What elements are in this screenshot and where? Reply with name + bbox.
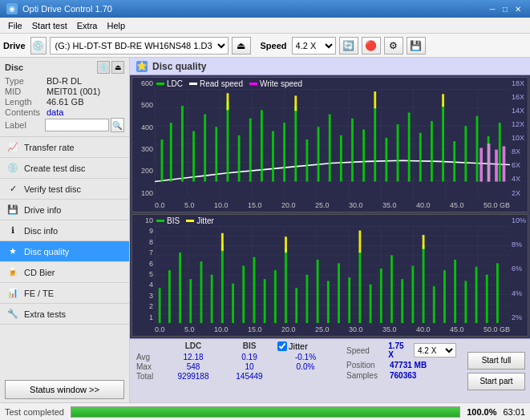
sidebar-item-extra-tests[interactable]: 🔧 Extra tests <box>0 304 129 325</box>
svg-rect-46 <box>211 274 213 323</box>
sidebar-item-disc-info[interactable]: ℹ Disc info <box>0 220 129 241</box>
disc-label-button[interactable]: 🔍 <box>111 118 124 132</box>
svg-rect-14 <box>306 139 309 182</box>
bottom-chart-y-axis-right: 10%8%6%4%2% <box>510 215 528 321</box>
minimize-button[interactable]: ─ <box>487 3 498 14</box>
svg-rect-71 <box>475 266 478 323</box>
stats-speed-select[interactable]: 4.2 X <box>414 343 456 357</box>
disc-eject-icon[interactable]: ⏏ <box>111 61 124 74</box>
svg-rect-28 <box>464 126 467 181</box>
svg-rect-44 <box>189 279 192 323</box>
settings-button[interactable]: ⚙ <box>384 37 403 55</box>
progress-bar-fill <box>71 407 459 417</box>
jitter-checkbox[interactable] <box>277 341 287 351</box>
top-chart-x-axis: 0.05.010.015.020.025.030.035.040.045.050… <box>155 199 510 212</box>
status-window-button[interactable]: Status window >> <box>5 380 124 399</box>
svg-rect-34 <box>374 91 376 108</box>
svg-rect-32 <box>227 93 229 110</box>
max-bis: 10 <box>221 362 277 371</box>
read-speed-legend-dot <box>189 83 197 85</box>
close-button[interactable]: ✕ <box>512 3 524 14</box>
mid-label: MID <box>5 87 47 96</box>
disc-info-icon: ℹ <box>6 224 19 237</box>
top-chart-y-axis-left: 600 500 400 300 200 100 <box>132 78 155 197</box>
maximize-button[interactable]: □ <box>500 3 511 14</box>
nav-label-transfer-rate: Transfer rate <box>24 143 75 152</box>
svg-rect-15 <box>318 127 320 181</box>
fe-te-icon: 📊 <box>6 287 19 300</box>
disc-label-label: Label <box>5 120 45 130</box>
refresh-button[interactable]: 🔄 <box>339 37 358 55</box>
save-button[interactable]: 💾 <box>407 37 426 55</box>
total-ldc: 9299188 <box>165 372 221 381</box>
menu-file[interactable]: File <box>3 20 27 31</box>
svg-rect-35 <box>442 94 444 107</box>
sidebar-item-fe-te[interactable]: 📊 FE / TE <box>0 283 129 304</box>
eject-button[interactable]: ⏏ <box>232 37 251 55</box>
svg-rect-25 <box>431 121 433 182</box>
nav-label-verify-test-disc: Verify test disc <box>24 184 81 194</box>
status-bar: Test completed 100.0% 63:01 <box>0 402 530 420</box>
sidebar-item-drive-info[interactable]: 💾 Drive info <box>0 200 129 220</box>
ldc-col-header: LDC <box>165 341 221 351</box>
avg-label: Avg <box>136 353 165 361</box>
sidebar: Disc 💿 ⏏ Type BD-R DL MID MEIT01 (001) L… <box>0 58 130 402</box>
svg-rect-70 <box>464 281 467 323</box>
contents-label: Contents <box>5 107 47 117</box>
svg-rect-77 <box>423 235 425 249</box>
svg-rect-7 <box>227 102 229 182</box>
menu-help[interactable]: Help <box>102 20 130 31</box>
svg-rect-74 <box>221 232 224 250</box>
svg-rect-72 <box>486 274 488 323</box>
burn-button[interactable]: 🔴 <box>362 37 381 55</box>
nav-label-fe-te: FE / TE <box>24 289 54 298</box>
svg-rect-20 <box>374 107 376 181</box>
svg-rect-10 <box>261 110 263 181</box>
jitter-legend-label: Jitter <box>196 216 214 225</box>
start-full-button[interactable]: Start full <box>467 352 525 370</box>
svg-rect-45 <box>200 261 203 323</box>
menu-start-test[interactable]: Start test <box>27 20 72 31</box>
app-title: Opti Drive Control 1.70 <box>22 4 112 14</box>
sidebar-item-cd-bier[interactable]: 🍺 CD Bier <box>0 262 129 283</box>
svg-rect-55 <box>306 274 309 323</box>
speed-label: Speed <box>261 41 287 50</box>
disc-icon[interactable]: 💿 <box>97 61 110 74</box>
top-chart-legend: LDC Read speed Write speed <box>156 79 302 88</box>
svg-rect-53 <box>285 248 287 323</box>
svg-rect-29 <box>476 116 479 182</box>
menu-extra[interactable]: Extra <box>72 20 103 31</box>
svg-rect-62 <box>380 269 382 323</box>
disc-label-input[interactable] <box>45 119 109 131</box>
max-jitter: 0.0% <box>277 362 334 371</box>
title-bar: ◉ Opti Drive Control 1.70 ─ □ ✕ <box>0 0 530 18</box>
svg-rect-66 <box>423 245 425 323</box>
svg-rect-69 <box>454 260 456 323</box>
sidebar-item-create-test-disc[interactable]: 💿 Create test disc <box>0 158 129 179</box>
svg-rect-16 <box>329 115 331 182</box>
nav-label-create-test-disc: Create test disc <box>24 164 85 173</box>
drive-select[interactable]: (G:) HL-DT-ST BD-RE WH16NS48 1.D3 <box>50 37 229 55</box>
start-part-button[interactable]: Start part <box>467 373 525 390</box>
speed-select[interactable]: 4.2 X <box>292 37 336 55</box>
action-buttons: Start full Start part <box>463 339 530 402</box>
svg-rect-52 <box>274 270 277 323</box>
svg-rect-76 <box>358 230 361 252</box>
bottom-chart: BIS Jitter 10987654321 10%8%6%4%2% <box>131 214 528 337</box>
svg-rect-24 <box>419 133 422 182</box>
mid-value: MEIT01 (001) <box>47 87 100 96</box>
svg-rect-3 <box>181 106 184 182</box>
sidebar-item-disc-quality[interactable]: ★ Disc quality <box>0 241 129 262</box>
sidebar-item-transfer-rate[interactable]: 📈 Transfer rate <box>0 137 129 158</box>
svg-rect-1 <box>161 139 164 182</box>
disc-section-title: Disc <box>5 63 23 72</box>
disc-quality-header-icon: ⭐ <box>136 61 148 72</box>
svg-rect-63 <box>390 255 393 323</box>
sidebar-item-verify-test-disc[interactable]: ✓ Verify test disc <box>0 179 129 200</box>
svg-rect-59 <box>348 277 350 323</box>
svg-rect-54 <box>295 288 297 323</box>
svg-rect-12 <box>283 123 285 182</box>
svg-rect-36 <box>479 148 483 182</box>
svg-rect-50 <box>253 256 256 323</box>
progress-bar-container <box>71 406 460 418</box>
